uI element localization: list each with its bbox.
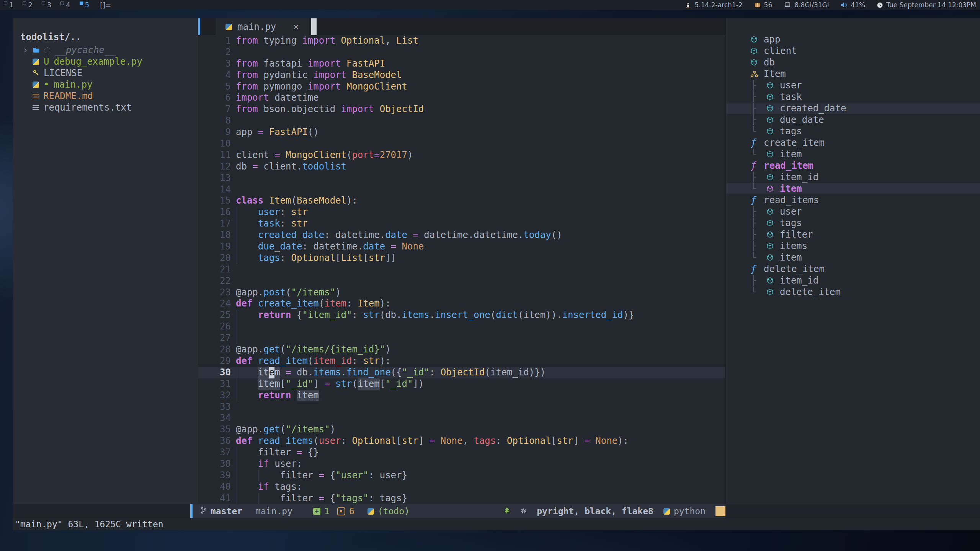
- line-number: 8: [198, 115, 231, 127]
- code-line-17[interactable]: 17 task: str: [198, 218, 725, 230]
- outline-item-filter[interactable]: ├filter: [726, 229, 980, 240]
- code-line-15[interactable]: 15class Item(BaseModel):: [198, 195, 725, 207]
- code-token: List: [341, 253, 363, 264]
- code-line-24[interactable]: 24def create_item(item: Item):: [198, 298, 725, 310]
- code-token: {: [324, 470, 335, 481]
- outline-item-item[interactable]: └item: [726, 148, 980, 160]
- code-line-14[interactable]: 14: [198, 184, 725, 196]
- code-line-5[interactable]: 5from pymongo import MongoClient: [198, 81, 725, 93]
- code-line-9[interactable]: 9app = FastAPI(): [198, 127, 725, 138]
- workspace-tag-2[interactable]: 2: [23, 0, 32, 10]
- tab-main-py[interactable]: main.py ×: [216, 18, 309, 35]
- workspace-tag-4[interactable]: 4: [60, 0, 70, 10]
- code-line-38[interactable]: 38 if user:: [198, 458, 725, 470]
- tree-item-LICENSE[interactable]: LICENSE: [20, 67, 198, 79]
- code-line-3[interactable]: 3from fastapi import FastAPI: [198, 58, 725, 70]
- code-token: [236, 447, 258, 458]
- code-line-16[interactable]: 16 user: str: [198, 207, 725, 218]
- outline-item-tags[interactable]: └tags: [726, 126, 980, 137]
- outline-item-item[interactable]: └item: [726, 252, 980, 263]
- outline-item-tags[interactable]: ├tags: [726, 217, 980, 229]
- code-line-32[interactable]: 32 return item: [198, 390, 725, 401]
- outline-item-client[interactable]: client: [726, 45, 980, 57]
- outline-item-user[interactable]: ├user: [726, 80, 980, 91]
- code-token: None: [402, 241, 424, 253]
- tree-item-requirements.txt[interactable]: requirements.txt: [20, 102, 198, 113]
- code-line-23[interactable]: 23@app.post("/items"): [198, 287, 725, 298]
- code-token: (: [352, 378, 357, 390]
- outline-item-Item[interactable]: Item: [726, 68, 980, 80]
- code-buffer[interactable]: 1from typing import Optional, List23from…: [198, 35, 725, 504]
- outline-item-delete_item[interactable]: └delete_item: [726, 286, 980, 298]
- code-line-29[interactable]: 29def read_item(item_id: str):: [198, 355, 725, 367]
- code-line-18[interactable]: 18 created_date: datetime.date = datetim…: [198, 230, 725, 241]
- tree-item-label: main.py: [54, 79, 92, 90]
- code-line-25[interactable]: 25 return {"item_id": str(db.items.inser…: [198, 310, 725, 321]
- code-token: item: [358, 378, 380, 390]
- code-line-1[interactable]: 1from typing import Optional, List: [198, 35, 725, 47]
- code-token: =: [413, 230, 418, 241]
- outline-item-created_date[interactable]: ├created_date: [726, 103, 980, 114]
- code-token: [341, 81, 346, 93]
- code-line-2[interactable]: 2: [198, 47, 725, 58]
- code-line-19[interactable]: 19 due_date: datetime.date = None: [198, 241, 725, 253]
- outline-item-task[interactable]: ├task: [726, 91, 980, 103]
- code-token: (: [280, 424, 286, 435]
- code-line-22[interactable]: 22: [198, 276, 725, 287]
- tree-item-README.md[interactable]: README.md: [20, 90, 198, 102]
- code-line-40[interactable]: 40 if tags:: [198, 481, 725, 493]
- tree-item-main.py[interactable]: •main.py: [20, 79, 198, 90]
- code-token: import: [308, 81, 341, 93]
- tree-item-__pycache__[interactable]: ›__pycache__: [20, 44, 198, 56]
- code-line-12[interactable]: 12db = client.todolist: [198, 161, 725, 173]
- outline-item-items[interactable]: ├items: [726, 240, 980, 252]
- code-line-7[interactable]: 7from bson.objectid import ObjectId: [198, 104, 725, 115]
- code-line-34[interactable]: 34: [198, 412, 725, 424]
- code-line-33[interactable]: 33: [198, 401, 725, 413]
- workspace-tag-5[interactable]: 5: [80, 0, 89, 10]
- code-line-21[interactable]: 21: [198, 264, 725, 276]
- tree-root-label: todolist/..: [20, 31, 198, 43]
- code-line-36[interactable]: 36def read_items(user: Optional[str] = N…: [198, 435, 725, 447]
- outline-item-create_item[interactable]: ƒcreate_item: [726, 137, 980, 148]
- code-line-30[interactable]: 30 item = db.items.find_one({"_id": Obje…: [198, 367, 725, 378]
- code-line-28[interactable]: 28@app.get("/items/{item_id}"): [198, 344, 725, 355]
- outline-item-delete_item[interactable]: ƒdelete_item: [726, 263, 980, 275]
- expand-arrow-icon[interactable]: ›: [23, 44, 28, 56]
- close-icon[interactable]: ×: [293, 21, 299, 33]
- outline-item-db[interactable]: db: [726, 57, 980, 68]
- outline-item-item_id[interactable]: ├item_id: [726, 171, 980, 183]
- code-token: None: [441, 435, 463, 447]
- code-line-39[interactable]: 39 filter = {"user": user}: [198, 470, 725, 481]
- outline-item-user[interactable]: ├user: [726, 206, 980, 217]
- tabline-accent-bar: [198, 18, 200, 35]
- code-token: import: [341, 104, 374, 115]
- workspace-tag-1[interactable]: 1: [4, 0, 13, 10]
- code-line-26[interactable]: 26: [198, 321, 725, 333]
- outline-item-item[interactable]: └item: [726, 183, 980, 194]
- code-line-11[interactable]: 11client = MongoClient(port=27017): [198, 150, 725, 161]
- variable-cube-icon: [767, 105, 775, 112]
- code-line-10[interactable]: 10: [198, 138, 725, 150]
- workspace-tag-3[interactable]: 3: [42, 0, 51, 10]
- code-line-13[interactable]: 13: [198, 173, 725, 184]
- code-line-35[interactable]: 35@app.get("/items"): [198, 424, 725, 435]
- line-number: 15: [198, 195, 231, 207]
- code-line-41[interactable]: 41 filter = {"tags": tags}: [198, 493, 725, 504]
- outline-item-app[interactable]: app: [726, 34, 980, 45]
- code-line-31[interactable]: 31 item["_id"] = str(item["_id"]): [198, 378, 725, 390]
- workspace-label: 4: [66, 0, 70, 10]
- code-line-4[interactable]: 4from pydantic import BaseModel: [198, 70, 725, 81]
- outline-item-due_date[interactable]: ├due_date: [726, 114, 980, 126]
- code-line-6[interactable]: 6import datetime: [198, 92, 725, 104]
- code-line-37[interactable]: 37 filter = {}: [198, 447, 725, 458]
- outline-item-read_items[interactable]: ƒread_items: [726, 194, 980, 206]
- code-line-20[interactable]: 20 tags: Optional[List[str]]: [198, 253, 725, 264]
- outline-item-item_id[interactable]: ├item_id: [726, 275, 980, 286]
- code-line-8[interactable]: 8: [198, 115, 725, 127]
- code-line-27[interactable]: 27: [198, 333, 725, 344]
- outline-item-read_item[interactable]: ƒread_item: [726, 160, 980, 171]
- tree-item-debug_example.py[interactable]: Udebug_example.py: [20, 56, 198, 67]
- code-token: ]]: [385, 253, 396, 264]
- tree-connector: ├: [751, 206, 767, 217]
